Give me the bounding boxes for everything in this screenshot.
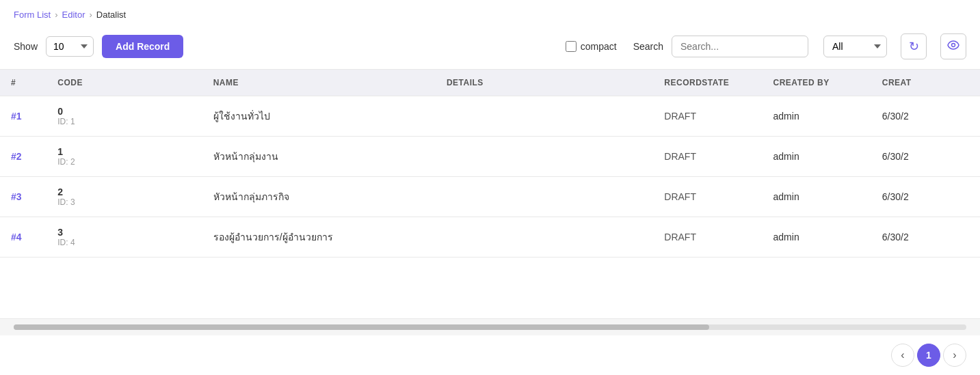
table-row: #4 3 ID: 4 รองผู้อำนวยการ/ผู้อำนวยการ DR…	[0, 217, 980, 258]
cell-details	[436, 177, 653, 217]
cell-createdat: 6/30/2	[871, 137, 980, 177]
scrollbar-track[interactable]	[14, 324, 966, 330]
show-label: Show	[14, 41, 38, 52]
breadcrumb: Form List › Editor › Datalist	[0, 0, 980, 27]
cell-num: #2	[0, 137, 47, 177]
cell-createdat: 6/30/2	[871, 217, 980, 258]
cell-name: หัวหน้ากลุ่มงาน	[202, 137, 436, 177]
cell-details	[436, 96, 653, 137]
breadcrumb-sep-2: ›	[89, 10, 92, 20]
cell-details	[436, 137, 653, 177]
cell-name: รองผู้อำนวยการ/ผู้อำนวยการ	[202, 217, 436, 258]
eye-icon	[947, 40, 959, 53]
cell-num: #1	[0, 96, 47, 137]
data-table: # CODE NAME DETAILS RECORDSTATE CREATED …	[0, 70, 980, 258]
cell-recordstate: DRAFT	[653, 217, 762, 258]
cell-createdby: admin	[763, 96, 871, 137]
search-label: Search	[633, 41, 663, 52]
filter-select-wrap: All Active Inactive	[823, 36, 887, 57]
search-input[interactable]	[672, 36, 808, 57]
toolbar: Show 10 25 50 100 Add Record compact Sea…	[0, 27, 980, 69]
cell-num: #3	[0, 177, 47, 217]
cell-code: 3 ID: 4	[47, 217, 202, 258]
add-record-button[interactable]: Add Record	[102, 35, 183, 58]
pagination-prev[interactable]: ‹	[891, 344, 914, 367]
refresh-button[interactable]: ↻	[901, 33, 927, 59]
filter-select[interactable]: All Active Inactive	[823, 36, 887, 57]
pagination-page-1[interactable]: 1	[917, 344, 940, 367]
show-select[interactable]: 10 25 50 100	[46, 36, 94, 57]
table-header-row: # CODE NAME DETAILS RECORDSTATE CREATED …	[0, 70, 980, 96]
col-header-details: DETAILS	[436, 70, 653, 96]
page-container: Form List › Editor › Datalist Show 10 25…	[0, 0, 980, 375]
cell-createdat: 6/30/2	[871, 177, 980, 217]
table-row: #3 2 ID: 3 หัวหน้ากลุ่มภารกิจ DRAFT admi…	[0, 177, 980, 217]
scrollbar-thumb[interactable]	[14, 324, 709, 330]
pagination-next[interactable]: ›	[943, 344, 966, 367]
col-header-createdat: CREAT	[871, 70, 980, 96]
pagination: ‹ 1 ›	[0, 335, 980, 375]
breadcrumb-sep-1: ›	[55, 10, 57, 20]
cell-recordstate: DRAFT	[653, 137, 762, 177]
cell-code: 2 ID: 3	[47, 177, 202, 217]
table-container: # CODE NAME DETAILS RECORDSTATE CREATED …	[0, 69, 980, 318]
compact-area: compact	[566, 41, 617, 52]
col-header-hash: #	[0, 70, 47, 96]
svg-point-0	[952, 44, 955, 47]
cell-code: 1 ID: 2	[47, 137, 202, 177]
breadcrumb-form-list[interactable]: Form List	[14, 10, 51, 20]
cell-details	[436, 217, 653, 258]
breadcrumb-current: Datalist	[96, 10, 126, 20]
compact-label: compact	[581, 41, 617, 52]
horizontal-scrollbar-area	[0, 318, 980, 335]
cell-recordstate: DRAFT	[653, 177, 762, 217]
eye-button[interactable]	[940, 33, 966, 59]
col-header-name: NAME	[202, 70, 436, 96]
compact-checkbox[interactable]	[566, 41, 577, 52]
cell-name: หัวหน้ากลุ่มภารกิจ	[202, 177, 436, 217]
col-header-code: CODE	[47, 70, 202, 96]
refresh-icon: ↻	[909, 39, 919, 54]
cell-code: 0 ID: 1	[47, 96, 202, 137]
cell-name: ผู้ใช้งานทั่วไป	[202, 96, 436, 137]
cell-createdby: admin	[763, 177, 871, 217]
cell-createdat: 6/30/2	[871, 96, 980, 137]
col-header-createdby: CREATED BY	[763, 70, 871, 96]
col-header-recordstate: RECORDSTATE	[653, 70, 762, 96]
cell-createdby: admin	[763, 137, 871, 177]
cell-recordstate: DRAFT	[653, 96, 762, 137]
cell-num: #4	[0, 217, 47, 258]
table-row: #2 1 ID: 2 หัวหน้ากลุ่มงาน DRAFT admin 6…	[0, 137, 980, 177]
breadcrumb-editor[interactable]: Editor	[62, 10, 85, 20]
cell-createdby: admin	[763, 217, 871, 258]
table-row: #1 0 ID: 1 ผู้ใช้งานทั่วไป DRAFT admin 6…	[0, 96, 980, 137]
